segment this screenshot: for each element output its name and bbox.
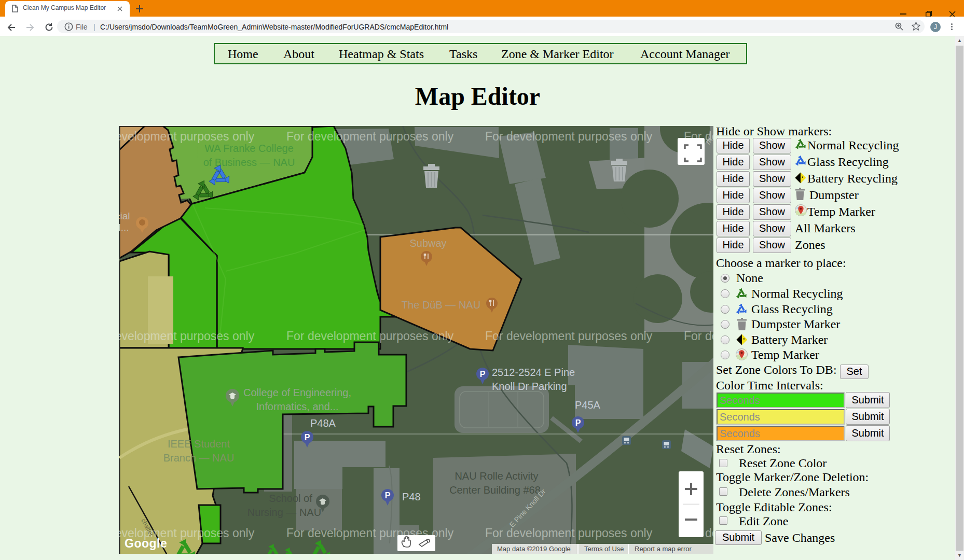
svg-text:For development purposes only: For development purposes only — [684, 329, 713, 343]
svg-text:For development purposes only: For development purposes only — [286, 130, 454, 143]
svg-text:Google: Google — [125, 537, 167, 550]
svg-text:IEEE Student: IEEE Student — [168, 438, 230, 450]
svg-text:Subway: Subway — [409, 237, 446, 249]
svg-text:Informatics, and...: Informatics, and... — [256, 401, 339, 412]
svg-text:NAU Rolle Activity: NAU Rolle Activity — [455, 470, 538, 482]
svg-text:of Business — NAU: of Business — NAU — [203, 157, 295, 168]
svg-text:P: P — [385, 491, 391, 500]
svg-text:For development purposes only: For development purposes only — [119, 130, 255, 143]
svg-text:cial: cial — [119, 211, 130, 221]
svg-text:Map data ©2019 Google: Map data ©2019 Google — [497, 545, 571, 553]
svg-text:For development purposes only: For development purposes only — [119, 329, 255, 343]
svg-text:The DüB — NAU: The DüB — NAU — [402, 299, 480, 311]
svg-text:College of Engineering,: College of Engineering, — [243, 387, 351, 398]
svg-text:Knoll Dr Parking: Knoll Dr Parking — [492, 381, 567, 392]
svg-text:2512-2524 E Pine: 2512-2524 E Pine — [492, 367, 575, 378]
svg-text:Center Building #68: Center Building #68 — [449, 484, 541, 496]
svg-text:P48A: P48A — [310, 417, 336, 429]
svg-text:P: P — [575, 418, 581, 427]
svg-text:Nursing — NAU: Nursing — NAU — [247, 507, 321, 518]
svg-text:School of: School of — [269, 493, 312, 504]
svg-text:P: P — [305, 433, 310, 442]
svg-text:For development purposes only: For development purposes only — [286, 329, 454, 343]
svg-text:al...: al... — [119, 222, 129, 233]
svg-text:For development purposes only: For development purposes only — [485, 526, 653, 540]
svg-text:Terms of Use: Terms of Use — [584, 545, 624, 553]
svg-text:P45A: P45A — [575, 399, 601, 411]
svg-text:For development purposes only: For development purposes only — [485, 329, 653, 343]
svg-text:P48: P48 — [402, 491, 421, 502]
svg-text:For development purposes only: For development purposes only — [485, 130, 653, 143]
svg-text:Branch — NAU: Branch — NAU — [163, 452, 235, 464]
svg-text:P: P — [480, 370, 486, 379]
svg-text:WA Franke College: WA Franke College — [204, 143, 294, 154]
svg-text:Report a map error: Report a map error — [635, 545, 692, 553]
